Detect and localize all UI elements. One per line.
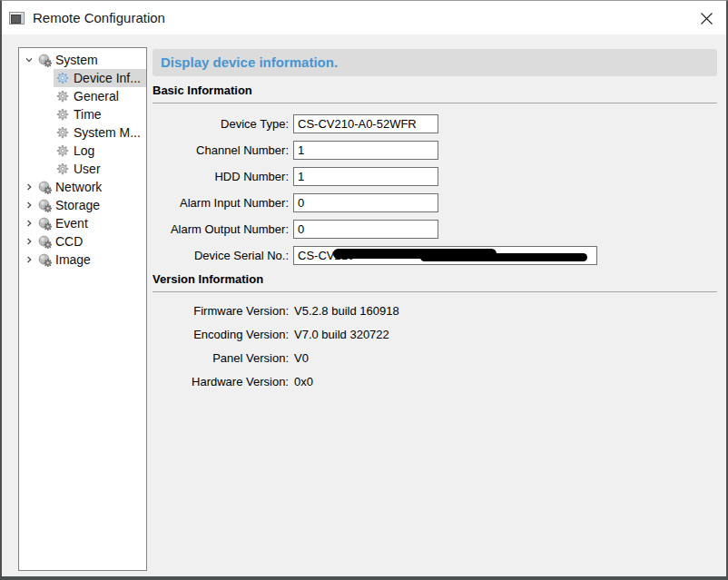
config-tree-panel: System Device Inf... (18, 47, 147, 571)
sidebar-item-label: Time (74, 107, 102, 122)
close-button[interactable] (698, 10, 714, 26)
hdd-number-label: HDD Number: (152, 170, 293, 183)
panel-version-value: V0 (293, 351, 309, 365)
gear-icon (55, 89, 70, 103)
sidebar-item-label: Image (55, 252, 91, 267)
chevron-down-icon[interactable] (23, 54, 35, 66)
sidebar-item-event[interactable]: Event (19, 214, 146, 232)
sidebar-item-network[interactable]: Network (19, 178, 146, 196)
alarm-input-number-row: Alarm Input Number: (152, 193, 717, 212)
serial-redaction-bar (420, 253, 587, 261)
sidebar-item-ccd[interactable]: CCD (19, 232, 146, 251)
category-gear-globe-icon (37, 198, 52, 212)
alarm-output-number-row: Alarm Output Number: (152, 220, 717, 239)
sidebar-item-label: Event (55, 216, 88, 231)
version-information-heading: Version Information (152, 272, 717, 286)
chevron-right-icon[interactable] (23, 253, 35, 266)
alarm-output-number-input[interactable] (293, 220, 438, 239)
sidebar-item-storage[interactable]: Storage (19, 196, 146, 214)
chevron-right-icon[interactable] (23, 181, 35, 193)
sidebar-item-label: General (74, 89, 119, 103)
alarm-output-number-label: Alarm Output Number: (152, 222, 293, 236)
encoding-version-label: Encoding Version: (152, 328, 293, 341)
gear-icon (55, 143, 70, 158)
hdd-number-row: HDD Number: (152, 167, 717, 186)
hardware-version-value: 0x0 (293, 375, 313, 388)
sidebar-item-system[interactable]: System (19, 51, 146, 69)
alarm-input-number-label: Alarm Input Number: (152, 196, 293, 210)
title-bar: Remote Configuration (2, 1, 726, 34)
device-serial-row: Device Serial No.: (152, 246, 717, 265)
channel-number-label: Channel Number: (152, 143, 293, 157)
alarm-input-number-input[interactable] (293, 193, 438, 212)
channel-number-row: Channel Number: (152, 141, 717, 160)
category-gear-globe-icon (37, 53, 52, 67)
sidebar-item-label: Device Inf... (74, 71, 141, 85)
sidebar-item-label: User (74, 162, 101, 176)
sidebar-item-image[interactable]: Image (19, 251, 146, 269)
section-divider (152, 103, 717, 103)
device-type-input[interactable] (293, 114, 438, 133)
sidebar-item-device-info[interactable]: Device Inf... (19, 69, 146, 87)
basic-information-fields: Device Type: Channel Number: HDD Number:… (152, 114, 717, 265)
channel-number-input[interactable] (293, 141, 438, 160)
window-title: Remote Configuration (33, 10, 165, 25)
sidebar-item-time[interactable]: Time (19, 105, 146, 123)
sidebar-item-label: System M... (74, 125, 141, 140)
app-window-icon (9, 12, 25, 25)
device-type-row: Device Type: (152, 114, 717, 133)
encoding-version-row: Encoding Version: V7.0 build 320722 (152, 328, 717, 341)
gear-icon (55, 125, 70, 140)
firmware-version-row: Firmware Version: V5.2.8 build 160918 (152, 304, 717, 318)
hardware-version-row: Hardware Version: 0x0 (152, 375, 717, 388)
panel-version-label: Panel Version: (152, 351, 293, 365)
basic-information-heading: Basic Information (152, 84, 717, 97)
gear-icon (55, 162, 70, 176)
sidebar-item-label: Storage (55, 198, 100, 212)
category-gear-globe-icon (37, 180, 52, 194)
sidebar-item-general[interactable]: General (19, 87, 146, 105)
chevron-right-icon[interactable] (23, 199, 35, 211)
page-title: Display device information. (152, 49, 717, 76)
gear-icon (55, 107, 70, 122)
sidebar-item-label: Log (74, 143, 94, 158)
device-serial-label: Device Serial No.: (152, 249, 293, 262)
chevron-right-icon[interactable] (23, 235, 35, 248)
firmware-version-value: V5.2.8 build 160918 (293, 304, 399, 318)
category-gear-globe-icon (37, 234, 52, 249)
sidebar-item-label: Network (55, 180, 102, 194)
device-info-panel: Display device information. Basic Inform… (152, 49, 717, 398)
hdd-number-input[interactable] (293, 167, 438, 186)
remote-configuration-window: Remote Configuration (0, 0, 728, 580)
sidebar-item-log[interactable]: Log (19, 142, 146, 160)
category-gear-globe-icon (37, 216, 52, 231)
sidebar-item-label: CCD (55, 234, 83, 249)
chevron-right-icon[interactable] (23, 217, 35, 230)
sidebar-item-label: System (55, 53, 98, 67)
firmware-version-label: Firmware Version: (152, 304, 293, 318)
sidebar-item-system-maintenance[interactable]: System M... (19, 123, 146, 142)
version-information-fields: Firmware Version: V5.2.8 build 160918 En… (152, 304, 717, 388)
device-type-label: Device Type: (152, 117, 293, 131)
gear-icon (55, 71, 70, 85)
panel-version-row: Panel Version: V0 (152, 351, 717, 365)
close-icon (700, 12, 713, 25)
sidebar-item-user[interactable]: User (19, 160, 146, 178)
hardware-version-label: Hardware Version: (152, 375, 293, 388)
section-divider (152, 291, 717, 292)
category-gear-globe-icon (37, 252, 52, 267)
encoding-version-value: V7.0 build 320722 (293, 328, 389, 341)
